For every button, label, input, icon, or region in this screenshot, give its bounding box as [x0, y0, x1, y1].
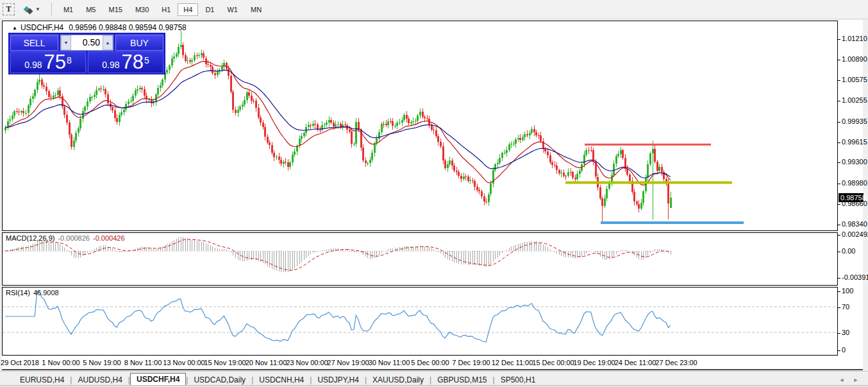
time-axis-label: 19 Dec 19:00 [573, 359, 615, 366]
chart-tab-usdcad[interactable]: USDCAD,Daily [188, 374, 251, 386]
macd-tick-label: 0.002492 [842, 230, 868, 238]
toolbar: T ▼ M1M5M15M30H1H4D1W1MN [0, 0, 868, 19]
rsi-value: 46.9008 [33, 289, 59, 297]
lot-decrease-button[interactable]: ▼ [61, 35, 71, 50]
time-axis-label: 27 Nov 19:00 [327, 359, 369, 366]
rsi-panel: RSI(14)46.9008 [2, 287, 838, 356]
price-chart-panel: ▲USDCHF,H40.98596 0.98848 0.98594 0.9875… [2, 21, 838, 231]
chart-tab-sp500[interactable]: SP500,H1 [495, 374, 542, 386]
time-axis-label: 20 Nov 11:00 [246, 359, 287, 366]
chart-tab-usdjpy[interactable]: USDJPY,H4 [312, 374, 364, 386]
current-price-tag: 0.98758 [839, 193, 864, 202]
sell-button[interactable]: SELL [10, 35, 58, 51]
rsi-tick-label: 0 [842, 346, 846, 354]
price-tick-label: 0.99935 [842, 117, 867, 125]
rsi-tick-label: 100 [842, 287, 853, 295]
chart-tabs-bar: EURUSD,H4|AUDUSD,H4|USDCHF,H4|USDCAD,Dai… [0, 371, 868, 387]
macd-tick-label: 0.00 [842, 247, 855, 255]
timeframe-button-m5[interactable]: M5 [80, 3, 101, 16]
chart-tab-audusd[interactable]: AUDUSD,H4 [72, 374, 128, 386]
time-axis-label: 8 Nov 11:00 [124, 359, 162, 366]
timeframe-button-m1[interactable]: M1 [58, 3, 79, 16]
time-axis-label: 15 Dec 00:00 [532, 359, 574, 366]
chart-tab-usdcnh[interactable]: USDCNH,H4 [253, 374, 310, 386]
chart-tab-usdchf[interactable]: USDCHF,H4 [130, 373, 186, 386]
macd-chart[interactable] [3, 233, 837, 285]
macd-label: MACD(12,26,9)-0.000826-0.000426 [6, 234, 125, 242]
timeframe-button-h1[interactable]: H1 [156, 3, 176, 16]
rsi-label: RSI(14)46.9008 [6, 289, 59, 297]
sell-price-big: 75 [44, 53, 65, 72]
buy-price-sup: 5 [144, 53, 149, 65]
chart-window: ▲USDCHF,H40.98596 0.98848 0.98594 0.9875… [2, 20, 863, 370]
price-tick-label: 1.00890 [842, 55, 867, 63]
time-axis-label: 24 Dec 11:00 [615, 359, 656, 366]
time-axis-label: 23 Nov 00:00 [286, 359, 328, 366]
tab-scroll-right-button[interactable]: ► [851, 375, 860, 384]
macd-main-value: -0.000826 [58, 234, 90, 242]
timeframe-button-h4[interactable]: H4 [178, 3, 198, 16]
time-axis-label: 27 Dec 23:00 [655, 359, 697, 366]
text-tool-button[interactable]: T [3, 3, 15, 15]
chart-tabs: EURUSD,H4|AUDUSD,H4|USDCHF,H4|USDCAD,Dai… [14, 373, 541, 386]
price-tick-label: 0.99300 [842, 158, 867, 166]
chart-title: ▲USDCHF,H40.98596 0.98848 0.98594 0.9875… [12, 23, 187, 32]
time-axis-label: 5 Dec 00:00 [411, 359, 449, 366]
sell-price-small: 0.98 [24, 60, 42, 70]
time-axis-label: 29 Oct 2018 [1, 359, 39, 366]
macd-panel: MACD(12,26,9)-0.000826-0.000426 [2, 232, 838, 286]
price-tick-label: 0.98980 [842, 179, 867, 187]
chart-tab-xauusd[interactable]: XAUUSD,Daily [367, 374, 430, 386]
chart-symbol-label: USDCHF,H4 [21, 23, 63, 32]
price-tick-label: 1.00255 [842, 96, 867, 104]
buy-price-small: 0.98 [102, 60, 119, 70]
price-tick-label: 1.01210 [842, 35, 867, 42]
price-tick-label: 1.00575 [842, 76, 867, 83]
shapes-tool-button[interactable]: ▼ [22, 3, 42, 17]
time-axis[interactable]: 29 Oct 20181 Nov 00:005 Nov 19:008 Nov 1… [2, 356, 838, 369]
timeframe-button-d1[interactable]: D1 [199, 3, 220, 16]
macd-tick-label: -0.003913 [842, 273, 868, 281]
buy-price-big: 78 [121, 53, 143, 72]
time-axis-label: 12 Dec 11:00 [492, 359, 533, 366]
timeframe-button-m15[interactable]: M15 [103, 3, 128, 16]
sell-price-button[interactable]: 0.98 75 8 [10, 51, 86, 73]
chart-tab-eurusd[interactable]: EURUSD,H4 [14, 374, 70, 386]
lot-increase-button[interactable]: ▲ [103, 35, 113, 50]
lot-size-field[interactable]: 0.50 [71, 35, 103, 50]
time-axis-label: 15 Nov 19:00 [204, 359, 246, 366]
lot-size-spinner: ▼ 0.50 ▲ [60, 35, 113, 51]
timeframe-button-m30[interactable]: M30 [129, 3, 154, 16]
buy-button[interactable]: BUY [115, 35, 163, 51]
triangle-icon: ▲ [12, 25, 17, 31]
timeframe-button-mn[interactable]: MN [245, 3, 267, 16]
rsi-tick-label: 30 [842, 329, 849, 336]
rsi-tick-label: 70 [842, 303, 849, 311]
dropdown-caret-icon: ▼ [35, 6, 40, 12]
time-axis-label: 30 Nov 11:00 [369, 359, 410, 366]
rsi-chart[interactable] [3, 288, 837, 355]
price-tick-label: 0.99615 [842, 138, 867, 146]
price-tick-label: 0.98340 [842, 220, 867, 228]
timeframe-toolbar: M1M5M15M30H1H4D1W1MN [57, 3, 268, 16]
tab-scroll-left-button[interactable]: ◄ [837, 375, 846, 384]
timeframe-button-w1[interactable]: W1 [221, 3, 244, 16]
sell-price-sup: 8 [67, 53, 72, 65]
time-axis-label: 13 Nov 00:00 [163, 359, 204, 366]
chart-tab-gbpusd[interactable]: GBPUSD,M15 [431, 374, 492, 386]
toolbar-separator [51, 3, 52, 16]
one-click-trading-panel: SELL ▼ 0.50 ▲ BUY 0.98 75 8 0.98 78 5 [8, 33, 165, 74]
chart-ohlc-values: 0.98596 0.98848 0.98594 0.98758 [69, 23, 187, 32]
buy-price-button[interactable]: 0.98 78 5 [88, 51, 163, 73]
time-axis-label: 5 Nov 19:00 [83, 359, 121, 366]
diamond-icon [27, 8, 33, 15]
macd-signal-value: -0.000426 [93, 234, 125, 242]
time-axis-label: 7 Dec 19:00 [452, 359, 490, 366]
time-axis-label: 1 Nov 00:00 [42, 359, 79, 366]
